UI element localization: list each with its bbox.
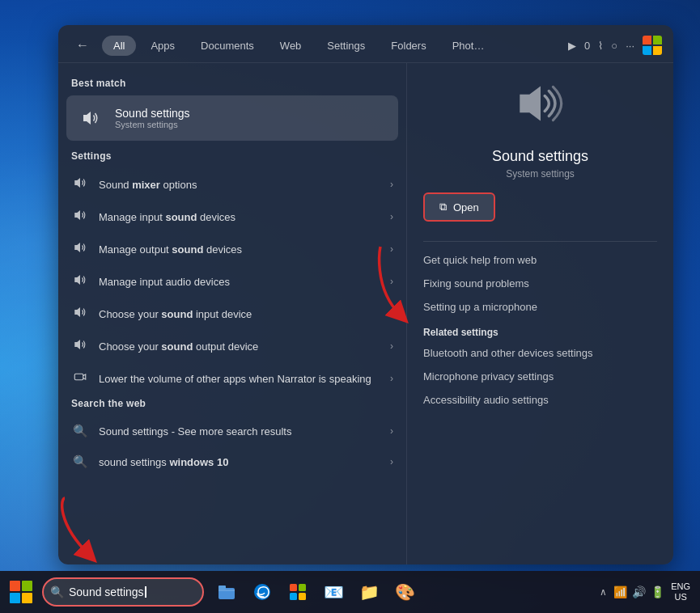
count-badge: 0 [584,40,590,52]
settings-item-choose-input[interactable]: Choose your sound input device › [58,298,406,330]
web-text-see: See more search results [178,425,292,438]
tab-photos[interactable]: Phot… [441,36,496,56]
taskbar-search-bar[interactable]: 🔍 Sound settings [42,577,204,607]
web-item-sound-settings[interactable]: 🔍 Sound settings - See more search resul… [58,416,406,446]
manage-input-audio-icon [71,273,89,290]
taskbar-icon-folder[interactable]: 📁 [353,576,385,608]
narrator-icon [71,370,89,387]
right-panel-sound-icon [423,79,657,138]
open-button[interactable]: ⧉ Open [423,192,495,222]
taskbar-icon-edge[interactable] [246,576,278,608]
svg-marker-8 [520,87,541,121]
tab-web[interactable]: Web [269,36,313,56]
svg-marker-5 [74,307,80,317]
start-button[interactable] [6,577,36,607]
manage-input-icon [71,208,89,226]
web-text-sound: Sound settings [99,425,168,438]
accessibility-link[interactable]: Accessibility audio settings [423,388,657,412]
quick-help-link[interactable]: Get quick help from web [423,248,657,272]
related-settings-label: Related settings [423,319,657,341]
fix-sound-link[interactable]: Fixing sound problems [423,272,657,295]
battery-icon[interactable]: 🔋 [651,586,664,598]
more-icon[interactable]: ··· [626,40,634,52]
windows-color-logo [643,36,662,55]
taskbar-icon-store[interactable] [282,576,314,608]
back-button[interactable]: ← [70,35,95,56]
windows-logo [10,581,32,603]
taskbar-icon-outlook[interactable]: 📧 [317,576,350,608]
taskbar: 🔍 Sound settings [0,571,700,613]
settings-item-choose-output[interactable]: Choose your sound output device › [58,330,406,362]
taskbar-pinned-icons: 📧 📁 🎨 [210,576,421,608]
language-indicator[interactable]: ENG US [671,581,690,602]
choose-input-chevron: › [390,308,393,319]
best-match-text: Sound settings System settings [115,107,190,129]
narrator-text: Lower the volume of other apps when Narr… [99,373,380,385]
taskbar-search-icon: 🔍 [50,586,64,598]
best-match-subtitle: System settings [115,120,190,129]
svg-marker-2 [74,210,80,220]
choose-input-icon [71,305,89,323]
bluetooth-link[interactable]: Bluetooth and other devices settings [423,341,657,365]
play-icon: ▶ [568,40,576,52]
search-tabs-bar: ← All Apps Documents Web Settings Folder… [58,25,673,63]
web-item-text-1: Sound settings - See more search results [99,425,380,438]
sound-mixer-icon [71,175,89,193]
mic-privacy-link[interactable]: Microphone privacy settings [423,365,657,388]
web-item-windows10[interactable]: 🔍 sound settings windows 10 › [58,446,406,477]
divider-1 [423,241,657,242]
taskbar-search-text: Sound settings [69,586,144,598]
best-match-item[interactable]: Sound settings System settings [66,95,398,141]
web-search-icon-1: 🔍 [71,424,89,438]
network-icon: ⌇ [598,40,603,52]
svg-marker-1 [74,178,80,188]
manage-input-text: Manage input sound devices [99,211,380,223]
taskbar-cursor [145,586,146,598]
narrator-chevron: › [390,373,393,384]
settings-item-manage-input[interactable]: Manage input sound devices › [58,201,406,233]
tab-right-icons: ▶ 0 ⌇ ○ ··· [568,36,662,55]
tab-settings[interactable]: Settings [316,36,376,56]
tab-documents[interactable]: Documents [189,36,265,56]
right-panel: Sound settings System settings ⧉ Open Ge… [406,63,673,564]
settings-item-sound-mixer[interactable]: Sound mixer options › [58,168,406,201]
tab-apps[interactable]: Apps [139,36,186,56]
tray-expand-icon[interactable]: ∧ [600,586,607,598]
web-text-dash: - [168,425,178,438]
svg-rect-14 [290,593,297,600]
manage-input-audio-chevron: › [390,276,393,287]
sound-mixer-text: Sound mixer options [99,179,380,191]
manage-output-text: Manage output sound devices [99,243,380,256]
best-match-sound-icon [76,104,105,133]
choose-output-icon [71,337,89,355]
web-chevron-2: › [390,456,393,467]
svg-marker-0 [83,112,91,125]
taskbar-icon-colorball[interactable]: 🎨 [388,576,421,608]
right-panel-title: Sound settings [423,148,657,165]
manage-input-chevron: › [390,211,393,222]
open-icon: ⧉ [439,201,447,213]
circle-icon: ○ [611,40,617,52]
settings-item-manage-input-audio[interactable]: Manage input audio devices › [58,265,406,298]
web-item-text-2: sound settings windows 10 [99,456,380,468]
best-match-label: Best match [58,74,406,95]
manage-output-chevron: › [390,243,393,255]
wifi-icon[interactable]: 📶 [613,586,627,598]
svg-rect-7 [74,374,83,380]
setup-mic-link[interactable]: Setting up a microphone [423,295,657,319]
settings-item-manage-output[interactable]: Manage output sound devices › [58,233,406,265]
right-panel-subtitle: System settings [423,168,657,180]
volume-icon[interactable]: 🔊 [632,586,646,598]
svg-marker-3 [74,243,80,252]
settings-item-narrator[interactable]: Lower the volume of other apps when Narr… [58,362,406,395]
search-web-label: Search the web [58,395,406,416]
system-tray: ∧ 📶 🔊 🔋 ENG US [600,581,694,602]
taskbar-icon-file-explorer[interactable] [210,576,243,608]
tab-all[interactable]: All [102,36,136,56]
tab-folders[interactable]: Folders [380,36,437,56]
choose-output-chevron: › [390,340,393,352]
left-panel: Best match Sound settings System setting… [58,63,406,564]
settings-section-label: Settings [58,147,406,168]
open-label: Open [453,201,479,213]
choose-input-text: Choose your sound input device [99,308,380,320]
